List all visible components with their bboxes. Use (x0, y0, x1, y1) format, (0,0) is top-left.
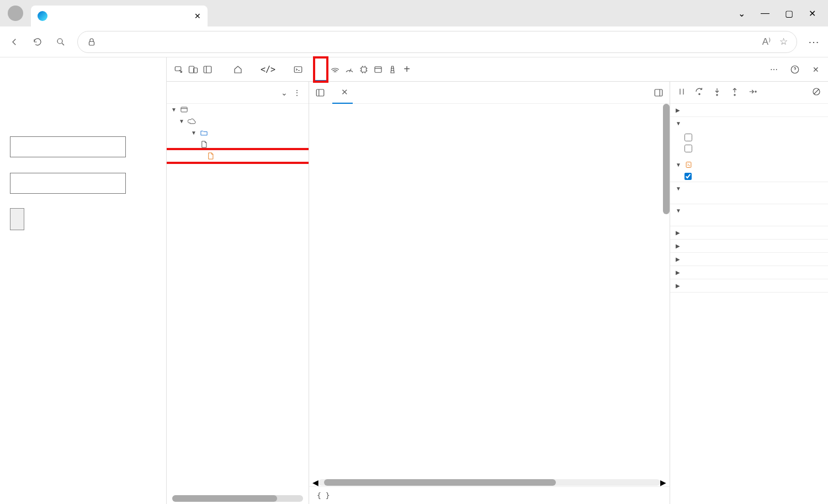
navigator-scrollbar[interactable] (172, 495, 303, 502)
svg-point-0 (57, 39, 62, 44)
section-scope[interactable]: ▼ (670, 182, 828, 195)
close-tab-icon[interactable]: ✕ (194, 12, 201, 20)
more-icon[interactable]: ⋯ (807, 35, 820, 49)
breakpoint-entry[interactable] (670, 171, 828, 182)
section-csp-bp[interactable]: ▶ (670, 279, 828, 292)
tree-folder[interactable]: ▼ (167, 127, 309, 139)
section-global-listeners[interactable]: ▶ (670, 253, 828, 266)
input-number2[interactable] (10, 173, 126, 194)
tab-console[interactable] (286, 57, 313, 82)
tree-top[interactable]: ▼ (167, 104, 309, 115)
deactivate-breakpoints-icon[interactable] (811, 87, 821, 98)
network-conditions-icon[interactable] (328, 63, 342, 76)
tree-file-js[interactable] (167, 150, 309, 162)
debugger-pane: ▶ ▼ ▼ ▼ ▼ ▶ (670, 82, 828, 504)
customize-icon[interactable]: ⋯ (767, 63, 781, 76)
address-bar[interactable]: A⁾ ☆ (77, 31, 797, 53)
pause-icon[interactable] (677, 87, 687, 98)
section-breakpoints[interactable]: ▼ (670, 117, 828, 130)
browser-toolbar: A⁾ ☆ ⋯ (0, 26, 828, 57)
toggle-navigator-icon[interactable] (314, 86, 327, 99)
section-xhr[interactable]: ▶ (670, 226, 828, 239)
editor-tab[interactable]: ✕ (332, 82, 353, 104)
read-aloud-icon[interactable]: A⁾ (762, 36, 771, 47)
input-number1[interactable] (10, 136, 126, 157)
svg-point-16 (755, 91, 756, 92)
close-window-icon[interactable]: ✕ (809, 8, 816, 19)
back-button[interactable] (8, 35, 21, 49)
tree-origin[interactable]: ▼ (167, 115, 309, 127)
performance-icon[interactable] (343, 63, 356, 76)
svg-rect-1 (89, 41, 94, 45)
tab-elements[interactable]: </> (254, 57, 285, 82)
line-gutter[interactable] (309, 104, 340, 479)
demo-page (0, 57, 167, 504)
svg-point-15 (734, 94, 735, 96)
svg-rect-10 (181, 107, 187, 112)
devtools-toolbar: </> + ⋯ ✕ (167, 57, 828, 82)
callstack-not-paused (670, 217, 828, 226)
devtools: </> + ⋯ ✕ ⌄ ⋮ (167, 57, 828, 504)
tab-welcome[interactable] (226, 57, 253, 82)
step-icon[interactable] (747, 87, 757, 98)
breakpoint-file[interactable]: ▼ (670, 158, 828, 171)
help-icon[interactable] (788, 63, 802, 76)
editor-hscrollbar[interactable]: ◀▶ (309, 479, 670, 486)
step-over-icon[interactable] (694, 87, 704, 98)
code-editor: ✕ ◀▶ { } (309, 82, 670, 504)
svg-rect-11 (316, 89, 324, 96)
demo-heading (10, 65, 156, 121)
svg-rect-7 (362, 67, 367, 72)
step-into-icon[interactable] (712, 87, 722, 98)
tree-file-html[interactable] (167, 139, 309, 150)
section-dom-bp[interactable]: ▶ (670, 240, 828, 252)
more-tools-icon[interactable]: + (400, 63, 413, 76)
svg-rect-8 (375, 66, 381, 72)
browser-titlebar: ✕ ⌄ — ▢ ✕ (0, 0, 828, 26)
section-watch[interactable]: ▶ (670, 104, 828, 116)
profile-avatar[interactable] (8, 6, 23, 21)
section-callstack[interactable]: ▼ (670, 204, 828, 217)
section-event-listener-bp[interactable]: ▶ (670, 266, 828, 279)
panel-icon[interactable] (201, 63, 214, 76)
refresh-button[interactable] (31, 35, 44, 49)
lock-icon (87, 37, 97, 47)
svg-rect-5 (204, 66, 211, 73)
pause-caught-checkbox[interactable] (684, 143, 822, 154)
application-icon[interactable] (371, 63, 385, 76)
close-devtools-icon[interactable]: ✕ (809, 63, 822, 76)
editor-vscrollbar[interactable] (663, 104, 670, 214)
edge-icon (38, 11, 47, 21)
svg-rect-2 (175, 66, 181, 71)
svg-rect-12 (655, 89, 662, 96)
source-code[interactable] (340, 104, 670, 479)
close-file-icon[interactable]: ✕ (341, 87, 348, 97)
minimize-icon[interactable]: — (761, 8, 769, 19)
sources-navigator: ⌄ ⋮ ▼ ▼ ▼ (167, 82, 309, 504)
step-out-icon[interactable] (730, 87, 740, 98)
pause-uncaught-checkbox[interactable] (684, 132, 822, 143)
lighthouse-icon[interactable] (386, 63, 399, 76)
svg-point-13 (699, 93, 700, 94)
add-button[interactable] (10, 208, 24, 230)
device-icon[interactable] (187, 63, 200, 76)
search-icon[interactable] (54, 35, 67, 49)
maximize-icon[interactable]: ▢ (785, 8, 793, 19)
toggle-debugger-icon[interactable] (652, 86, 665, 99)
caret-down-icon[interactable]: ⌄ (738, 8, 745, 19)
inspect-icon[interactable] (172, 63, 185, 76)
tab-sources[interactable] (314, 57, 327, 82)
memory-icon[interactable] (357, 63, 370, 76)
browser-tab[interactable]: ✕ (31, 6, 208, 26)
chevron-down-icon[interactable]: ⌄ (281, 88, 288, 97)
svg-rect-3 (189, 66, 194, 73)
braces-icon[interactable]: { } (317, 491, 330, 500)
svg-rect-6 (294, 66, 302, 72)
favorite-icon[interactable]: ☆ (779, 36, 788, 47)
svg-point-14 (716, 94, 718, 96)
scope-not-paused (670, 195, 828, 204)
navigator-more-icon[interactable]: ⋮ (293, 88, 301, 97)
